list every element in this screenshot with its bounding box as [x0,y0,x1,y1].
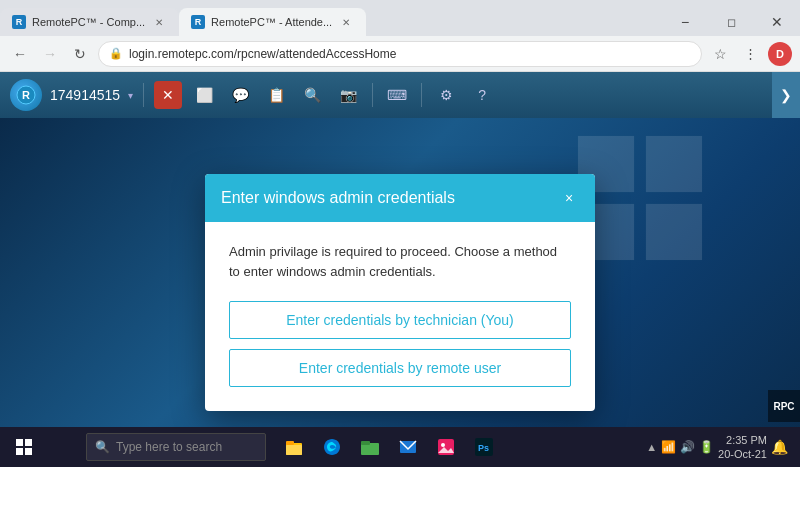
disconnect-button[interactable]: ✕ [154,81,182,109]
settings-button[interactable]: ⚙ [432,81,460,109]
modal-overlay: Enter windows admin credentials × Admin … [0,118,800,467]
taskbar-sys-tray: ▲ 📶 🔊 🔋 2:35 PM 20-Oct-21 🔔 [646,433,796,462]
tab-1[interactable]: R RemotePC™ - Comp... ✕ [0,8,179,36]
svg-rect-12 [286,441,294,445]
volume-icon: 🔊 [680,440,695,454]
connection-id: 174914515 [50,87,120,103]
svg-rect-7 [25,439,32,446]
camera-button[interactable]: 📷 [334,81,362,109]
minimize-button[interactable]: − [662,8,708,36]
back-button[interactable]: ← [8,42,32,66]
toolbar-separator-3 [421,83,422,107]
modal-close-button[interactable]: × [559,188,579,208]
taskbar: 🔍 Type here to search [0,427,800,467]
tab-bar: R RemotePC™ - Comp... ✕ R RemotePC™ - At… [0,0,800,36]
toolbar-end: ❯ [772,72,790,118]
profile-button[interactable]: D [768,42,792,66]
taskbar-apps: Ps [276,429,502,465]
modal-body: Admin privilage is required to proceed. … [205,222,595,411]
url-text: login.remotepc.com/rpcnew/attendedAccess… [129,47,396,61]
toolbar-separator-1 [143,83,144,107]
remotepc-watermark: RPC [768,390,800,422]
enter-credentials-technician-button[interactable]: Enter credentials by technician (You) [229,301,571,339]
taskbar-app-photoshop[interactable]: Ps [466,429,502,465]
toolbar-separator-2 [372,83,373,107]
address-bar[interactable]: 🔒 login.remotepc.com/rpcnew/attendedAcce… [98,41,702,67]
start-button[interactable] [4,427,44,467]
taskbar-app-edge[interactable] [314,429,350,465]
svg-rect-11 [286,445,302,455]
remotepc-logo: R [10,79,42,111]
keyboard-button[interactable]: ⌨ [383,81,411,109]
taskbar-app-mail[interactable] [390,429,426,465]
time-display: 2:35 PM [718,433,767,447]
connection-id-chevron[interactable]: ▾ [128,90,133,101]
tab1-close[interactable]: ✕ [151,14,167,30]
battery-icon: 🔋 [699,440,714,454]
modal-header: Enter windows admin credentials × [205,174,595,222]
chat-button[interactable]: 💬 [226,81,254,109]
remote-desktop: Enter windows admin credentials × Admin … [0,118,800,467]
tab2-close[interactable]: ✕ [338,14,354,30]
taskbar-search[interactable]: 🔍 Type here to search [86,433,266,461]
tab2-title: RemotePC™ - Attende... [211,16,332,28]
taskbar-app-folder[interactable] [352,429,388,465]
maximize-button[interactable]: ⬜ [190,81,218,109]
browser-window: R RemotePC™ - Comp... ✕ R RemotePC™ - At… [0,0,800,467]
tab2-favicon: R [191,15,205,29]
bookmark-button[interactable]: ☆ [708,42,732,66]
taskbar-app-photos[interactable] [428,429,464,465]
svg-rect-8 [16,448,23,455]
svg-rect-6 [16,439,23,446]
date-display: 20-Oct-21 [718,447,767,461]
taskbar-search-text: Type here to search [116,440,222,454]
credentials-modal: Enter windows admin credentials × Admin … [205,174,595,411]
browser-menu-button[interactable]: ⋮ [738,42,762,66]
modal-title: Enter windows admin credentials [221,189,455,207]
forward-button[interactable]: → [38,42,62,66]
remote-toolbar: R 174914515 ▾ ✕ ⬜ 💬 📋 🔍 📷 ⌨ ⚙ ? ❯ [0,72,800,118]
help-button[interactable]: ? [468,81,496,109]
ssl-lock-icon: 🔒 [109,47,123,60]
clipboard-button[interactable]: 📋 [262,81,290,109]
svg-rect-9 [25,448,32,455]
taskbar-app-explorer[interactable] [276,429,312,465]
taskbar-time: 2:35 PM 20-Oct-21 [718,433,767,462]
svg-rect-14 [361,441,370,445]
svg-text:R: R [22,89,30,101]
notification-button[interactable]: 🔔 [771,439,788,455]
tab1-favicon: R [12,15,26,29]
zoom-button[interactable]: 🔍 [298,81,326,109]
toolbar-collapse-button[interactable]: ❯ [772,72,800,118]
tab-2[interactable]: R RemotePC™ - Attende... ✕ [179,8,366,36]
modal-description: Admin privilage is required to proceed. … [229,242,571,281]
close-button[interactable]: ✕ [754,8,800,36]
enter-credentials-remote-user-button[interactable]: Enter credentials by remote user [229,349,571,387]
reload-button[interactable]: ↻ [68,42,92,66]
show-hidden-icons[interactable]: ▲ [646,441,657,453]
taskbar-search-icon: 🔍 [95,440,110,454]
network-icon: 📶 [661,440,676,454]
svg-point-17 [441,443,445,447]
nav-bar: ← → ↻ 🔒 login.remotepc.com/rpcnew/attend… [0,36,800,72]
svg-text:Ps: Ps [478,443,489,453]
restore-button[interactable]: ◻ [708,8,754,36]
tab1-title: RemotePC™ - Comp... [32,16,145,28]
